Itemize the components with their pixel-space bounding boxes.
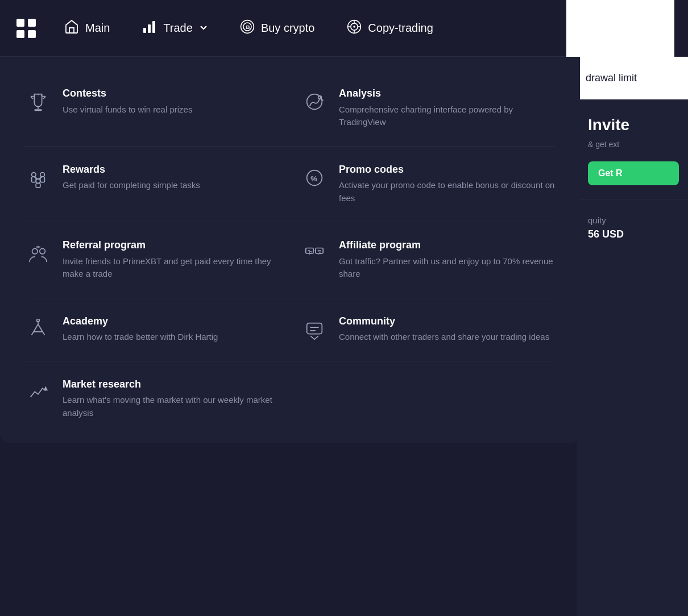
- svg-rect-5: [148, 24, 151, 33]
- divider-3: [25, 298, 555, 298]
- divider-1: [25, 146, 555, 147]
- dropdown-item-contests[interactable]: Contests Use virtual funds to win real p…: [14, 75, 290, 141]
- svg-rect-6: [152, 21, 155, 33]
- nav-buy-crypto-label: Buy crypto: [261, 22, 314, 35]
- svg-point-21: [41, 95, 42, 96]
- buy-crypto-icon: B: [239, 19, 255, 38]
- referral-desc: Invite friends to PrimeXBT and get paid …: [63, 255, 279, 281]
- promo-text: Promo codes Activate your promo code to …: [339, 164, 555, 205]
- nav-right: [566, 0, 674, 57]
- trophy-icon: [25, 89, 51, 115]
- svg-point-25: [32, 172, 36, 177]
- community-title: Community: [339, 315, 555, 328]
- affiliate-icon: P X: [301, 240, 328, 267]
- analysis-icon: [301, 89, 328, 115]
- copy-trading-icon: [346, 19, 362, 38]
- invite-title: Invite: [588, 115, 679, 135]
- dropdown-item-rewards[interactable]: Rewards Get paid for completing simple t…: [14, 151, 290, 218]
- promo-desc: Activate your promo code to enable bonus…: [339, 179, 555, 205]
- dropdown-item-promo[interactable]: % Promo codes Activate your promo code t…: [290, 151, 566, 218]
- svg-line-24: [321, 98, 323, 101]
- svg-rect-48: [307, 323, 322, 334]
- dropdown-grid-4: Academy Learn how to trade better with D…: [0, 303, 580, 356]
- rewards-text: Rewards Get paid for completing simple t…: [63, 164, 279, 192]
- dropdown-grid-3: Referral program Invite friends to Prime…: [0, 227, 580, 293]
- affiliate-title: Affiliate program: [339, 239, 555, 252]
- referral-icon: [25, 240, 51, 267]
- svg-point-47: [37, 319, 40, 322]
- dropdown-item-referral[interactable]: Referral program Invite friends to Prime…: [14, 227, 290, 293]
- svg-rect-1: [28, 19, 36, 27]
- divider-2: [25, 222, 555, 222]
- svg-point-35: [32, 249, 38, 255]
- contests-title: Contests: [63, 88, 279, 100]
- svg-point-27: [36, 178, 40, 183]
- svg-text:X: X: [318, 250, 322, 256]
- academy-text: Academy Learn how to trade better with D…: [63, 315, 279, 344]
- referral-text: Referral program Invite friends to Prime…: [63, 239, 279, 281]
- dropdown-item-affiliate[interactable]: P X Affiliate program Got traffic? Partn…: [290, 227, 566, 293]
- dropdown-item-analysis[interactable]: Analysis Comprehensive charting interfac…: [290, 75, 566, 141]
- svg-point-22: [307, 94, 322, 110]
- analysis-desc: Comprehensive charting interface powered…: [339, 103, 555, 129]
- dropdown-item-community[interactable]: Community Connect with other traders and…: [290, 303, 566, 356]
- dropdown-grid-2: Rewards Get paid for completing simple t…: [0, 151, 580, 218]
- svg-text:%: %: [310, 174, 317, 182]
- nav-copy-trading-label: Copy-trading: [368, 22, 433, 35]
- svg-rect-4: [143, 28, 146, 33]
- contests-text: Contests Use virtual funds to win real p…: [63, 88, 279, 116]
- invite-sub: & get ext: [588, 139, 679, 151]
- svg-point-19: [34, 95, 35, 96]
- dropdown-item-market-research[interactable]: Market research Learn what's moving the …: [14, 366, 290, 432]
- logo[interactable]: [14, 16, 39, 41]
- academy-icon: [25, 317, 51, 343]
- academy-desc: Learn how to trade better with Dirk Hart…: [63, 331, 279, 344]
- market-research-title: Market research: [63, 378, 279, 391]
- rewards-icon: [25, 165, 51, 191]
- dropdown-grid: Contests Use virtual funds to win real p…: [0, 75, 580, 141]
- divider-4: [25, 361, 555, 361]
- svg-rect-32: [36, 183, 40, 188]
- community-icon: [301, 317, 328, 343]
- equity-label: quity: [588, 215, 679, 225]
- nav-item-main[interactable]: Main: [57, 14, 117, 42]
- withdrawal-limit-right: drawal limit: [577, 57, 688, 99]
- svg-text:B: B: [246, 24, 250, 30]
- dropdown-item-academy[interactable]: Academy Learn how to trade better with D…: [14, 303, 290, 356]
- nav-trade-label: Trade: [163, 22, 193, 35]
- withdrawal-limit-panel: [566, 0, 674, 57]
- rewards-desc: Get paid for completing simple tasks: [63, 179, 279, 192]
- nav-item-trade[interactable]: Trade: [135, 14, 214, 42]
- contests-desc: Use virtual funds to win real prizes: [63, 103, 279, 116]
- navbar: Main Trade B Buy crypto: [0, 0, 688, 57]
- svg-point-26: [40, 172, 45, 177]
- analysis-text: Analysis Comprehensive charting interfac…: [339, 88, 555, 129]
- svg-rect-2: [16, 30, 24, 38]
- right-panel: drawal limit Invite & get ext Get R quit…: [577, 57, 688, 616]
- nav-item-copy-trading[interactable]: Copy-trading: [339, 14, 440, 42]
- svg-text:P: P: [309, 250, 313, 256]
- dropdown-grid-5: Market research Learn what's moving the …: [0, 366, 580, 432]
- affiliate-desc: Got traffic? Partner with us and enjoy u…: [339, 255, 555, 281]
- svg-rect-3: [28, 30, 36, 38]
- svg-rect-0: [16, 19, 24, 27]
- community-text: Community Connect with other traders and…: [339, 315, 555, 344]
- dropdown-menu: Contests Use virtual funds to win real p…: [0, 57, 580, 443]
- equity-value: 56 USD: [588, 228, 679, 240]
- withdrawal-text-right: drawal limit: [586, 72, 637, 84]
- market-research-icon: [25, 380, 51, 406]
- market-research-desc: Learn what's moving the market with our …: [63, 394, 279, 419]
- chart-icon: [142, 19, 158, 38]
- svg-point-36: [40, 249, 45, 255]
- svg-point-12: [354, 26, 356, 28]
- nav-item-buy-crypto[interactable]: B Buy crypto: [233, 14, 321, 42]
- get-referral-button[interactable]: Get R: [588, 161, 679, 185]
- analysis-title: Analysis: [339, 88, 555, 100]
- svg-point-20: [38, 94, 39, 95]
- referral-title: Referral program: [63, 239, 279, 252]
- chevron-down-icon: [198, 22, 208, 35]
- nav-main-label: Main: [85, 22, 110, 35]
- promo-icon: %: [301, 165, 328, 191]
- community-desc: Connect with other traders and share you…: [339, 331, 555, 344]
- promo-title: Promo codes: [339, 164, 555, 176]
